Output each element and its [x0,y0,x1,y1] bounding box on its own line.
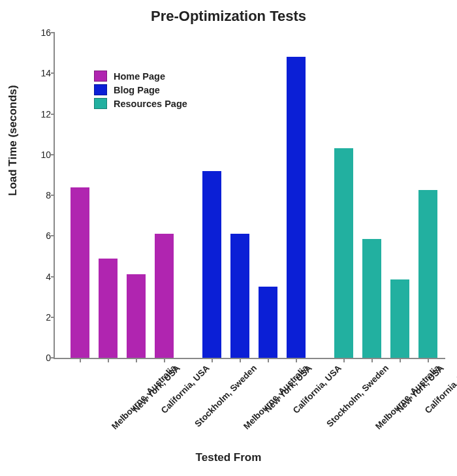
bar-chart: Pre-Optimization Tests Load Time (second… [0,0,457,476]
legend-label: Home Page [114,71,165,82]
x-tick-mark [428,359,429,362]
bar [362,239,381,358]
y-tick-mark [51,317,55,318]
y-tick-mark [51,276,55,278]
legend-swatch [94,71,107,82]
x-tick-mark [164,359,165,362]
y-tick-label: 10 [27,150,51,160]
legend-item: Blog Page [94,83,187,97]
y-tick-mark [51,195,55,196]
bar [418,190,437,358]
x-tick-mark [268,359,269,362]
legend: Home PageBlog PageResources Page [94,69,187,110]
legend-label: Resources Page [114,99,187,109]
y-tick-label: 6 [27,230,51,241]
y-tick-label: 8 [27,190,51,200]
bar [259,287,277,358]
bar [202,171,221,358]
x-tick-mark [400,359,401,362]
bar [334,148,353,358]
x-tick-mark [343,359,345,362]
x-tick-mark [108,359,109,362]
y-tick-mark [51,235,55,236]
bar [390,279,409,358]
y-tick-label: 14 [27,68,51,78]
legend-label: Blog Page [114,85,160,95]
bar [127,274,146,358]
x-tick-mark [212,359,213,362]
y-tick-label: 0 [27,353,51,363]
y-tick-label: 4 [27,272,51,282]
x-tick-mark [240,359,241,362]
bar [287,57,306,358]
y-tick-mark [51,32,55,33]
x-tick-mark [371,359,373,362]
y-tick-label: 2 [27,312,51,323]
plot-area: Home PageBlog PageResources Page 0246810… [54,33,445,359]
bar [71,187,89,358]
x-tick-mark [80,359,81,362]
bar [155,234,174,358]
bar [99,259,118,358]
legend-swatch [94,98,107,109]
y-tick-label: 16 [27,27,51,38]
y-tick-mark [51,114,55,115]
x-tick-mark [296,359,297,362]
y-tick-label: 12 [27,109,51,119]
chart-title: Pre-Optimization Tests [0,8,457,25]
legend-item: Resources Page [94,97,187,110]
x-axis-label: Tested From [0,451,457,464]
y-tick-mark [51,357,55,358]
y-tick-mark [51,154,55,155]
bar [230,234,249,358]
legend-swatch [94,84,107,95]
y-axis-label: Load Time (seconds) [7,85,20,196]
y-tick-mark [51,72,55,74]
legend-item: Home Page [94,69,187,83]
x-tick-mark [136,359,137,362]
